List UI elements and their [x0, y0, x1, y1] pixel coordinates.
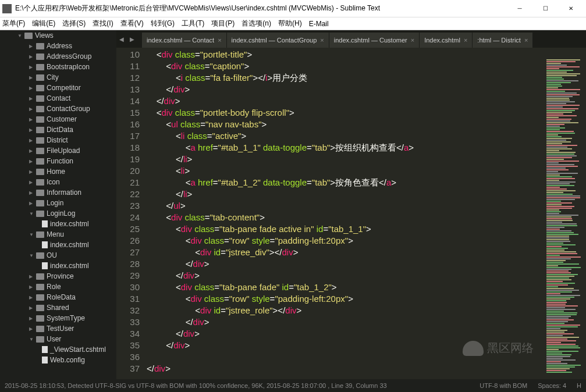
sidebar[interactable]: ▼ Views ▶Address▶AddressGroup▶BootstrapI… — [0, 30, 116, 379]
tab-scroll-right-icon[interactable]: ▶ — [127, 36, 137, 42]
menu-item[interactable]: 首选项(n) — [241, 19, 271, 28]
sidebar-folder[interactable]: ▶Customer — [0, 114, 116, 124]
sidebar-folder[interactable]: ▶AddressGroup — [0, 51, 116, 62]
sidebar-folder[interactable]: ▶FileUpload — [0, 145, 116, 156]
window-titlebar: E:\个人应用程序\Web开发框架\Metronic后台管理\MVCWebMis… — [0, 0, 586, 17]
code-line[interactable]: </li> — [147, 188, 544, 200]
code-line[interactable]: <div class="tab-content"> — [147, 212, 544, 223]
code-line[interactable]: </li> — [147, 154, 544, 165]
sidebar-file[interactable]: index.cshtml — [0, 261, 116, 271]
code-line[interactable]: </div> — [147, 363, 544, 375]
sidebar-folder[interactable]: ▶Province — [0, 271, 116, 281]
code-line[interactable] — [147, 351, 544, 363]
sidebar-folder[interactable]: ▶BootstrapIcon — [0, 62, 116, 72]
line-number: 29 — [116, 270, 140, 281]
code-line[interactable]: <li> — [147, 165, 544, 177]
sidebar-folder[interactable]: ▼Menu — [0, 229, 116, 240]
sidebar-folder[interactable]: ▼OU — [0, 250, 116, 261]
status-syntax[interactable]: H — [577, 382, 581, 389]
code-line[interactable]: <ul class="nav nav-tabs"> — [147, 119, 544, 130]
code-line[interactable]: </div> — [147, 328, 544, 340]
sidebar-folder[interactable]: ▶Function — [0, 156, 116, 166]
tab-scroll-left-icon[interactable]: ◀ — [116, 36, 127, 42]
editor-tab[interactable]: Index.cshtml× — [420, 33, 472, 48]
sidebar-folder[interactable]: ▶Contact — [0, 93, 116, 104]
code-editor[interactable]: 1011121314151617181920212223242526272829… — [116, 48, 586, 379]
close-icon[interactable]: × — [411, 37, 414, 44]
sidebar-folder[interactable]: ▶TestUser — [0, 323, 116, 334]
code-line[interactable]: </div> — [147, 84, 544, 95]
code-line[interactable]: </div> — [147, 258, 544, 270]
close-icon[interactable]: × — [464, 37, 467, 44]
minimap[interactable] — [544, 48, 586, 379]
menu-item[interactable]: 项目(P) — [211, 19, 235, 28]
code-line[interactable]: </div> — [147, 95, 544, 107]
sidebar-file[interactable]: _ViewStart.cshtml — [0, 344, 116, 355]
editor-tab[interactable]: index.cshtml — ContactGroup× — [227, 33, 329, 48]
code-line[interactable]: <div class="tab-pane fade active in" id=… — [147, 223, 544, 235]
close-icon[interactable]: × — [218, 37, 221, 44]
status-spaces[interactable]: Spaces: 4 — [538, 382, 566, 389]
sidebar-folder[interactable]: ▶Shared — [0, 302, 116, 313]
code-line[interactable]: </div> — [147, 270, 544, 281]
sidebar-folder[interactable]: ▶SystemType — [0, 313, 116, 323]
menu-item[interactable]: E-Mail — [309, 20, 329, 28]
close-icon[interactable]: × — [524, 37, 528, 44]
sidebar-item-label: Province — [47, 272, 74, 280]
code-line[interactable]: <div id="jstree_role"></div> — [147, 305, 544, 316]
menu-item[interactable]: 菜单(F) — [2, 19, 25, 28]
menu-item[interactable]: 查看(V) — [120, 19, 144, 28]
code-line[interactable]: <div class="caption"> — [147, 60, 544, 72]
close-button[interactable]: ✕ — [558, 1, 584, 17]
sidebar-folder[interactable]: ▶Address — [0, 41, 116, 51]
status-encoding[interactable]: UTF-8 with BOM — [480, 382, 527, 389]
sidebar-folder[interactable]: ▶Login — [0, 198, 116, 208]
code-line[interactable]: <i class="fa fa-filter"></i>用户分类 — [147, 72, 544, 84]
code-line[interactable]: </div> — [147, 340, 544, 351]
sidebar-item-label: TestUser — [47, 325, 74, 333]
code-line[interactable]: <div id="jstree_div"></div> — [147, 247, 544, 258]
maximize-button[interactable]: ☐ — [532, 1, 558, 17]
editor-tab[interactable]: index.cshtml — Customer× — [329, 33, 419, 48]
code-line[interactable]: <a href="#tab_1_1" data-toggle="tab">按组织… — [147, 142, 544, 154]
sidebar-root[interactable]: ▼ Views — [0, 30, 116, 41]
code-line[interactable]: <a href="#tab_1_2" data-toggle="tab">按角色… — [147, 177, 544, 188]
menu-item[interactable]: 工具(T) — [182, 19, 204, 28]
sidebar-folder[interactable]: ▶Competitor — [0, 83, 116, 93]
code-content[interactable]: <div class="portlet-title"> <div class="… — [147, 48, 544, 379]
code-line[interactable]: <li class="active"> — [147, 130, 544, 142]
sidebar-folder[interactable]: ▶Icon — [0, 177, 116, 187]
menu-item[interactable]: 查找(I) — [93, 19, 113, 28]
sidebar-folder[interactable]: ▶District — [0, 135, 116, 145]
sidebar-file[interactable]: index.cshtml — [0, 240, 116, 250]
sidebar-folder[interactable]: ▶Role — [0, 281, 116, 292]
minimize-button[interactable]: ─ — [507, 1, 532, 17]
sidebar-folder[interactable]: ▶City — [0, 72, 116, 83]
code-line[interactable]: <div class="portlet-body flip-scroll"> — [147, 107, 544, 119]
sidebar-folder[interactable]: ▼User — [0, 334, 116, 344]
code-line[interactable]: <div class="row" style="padding-left:20p… — [147, 235, 544, 247]
code-line[interactable]: <div class="tab-pane fade" id="tab_1_2"> — [147, 281, 544, 293]
close-icon[interactable]: × — [320, 37, 324, 44]
sidebar-file[interactable]: Web.config — [0, 355, 116, 365]
sidebar-file[interactable]: index.cshtml — [0, 219, 116, 229]
sidebar-folder[interactable]: ▶DictData — [0, 124, 116, 135]
chevron-right-icon: ▶ — [29, 65, 36, 70]
tab-label: :html — District — [477, 37, 521, 44]
editor-tab[interactable]: index.cshtml — Contact× — [142, 33, 226, 48]
chevron-right-icon: ▶ — [29, 138, 36, 143]
code-line[interactable]: </div> — [147, 316, 544, 328]
menu-item[interactable]: 选择(S) — [62, 19, 86, 28]
code-line[interactable]: </ul> — [147, 200, 544, 212]
code-line[interactable]: <div class="portlet-title"> — [147, 49, 544, 60]
sidebar-folder[interactable]: ▶RoleData — [0, 292, 116, 302]
editor-tab[interactable]: :html — District× — [473, 33, 532, 48]
sidebar-folder[interactable]: ▶Information — [0, 187, 116, 198]
sidebar-folder[interactable]: ▼LoginLog — [0, 208, 116, 219]
sidebar-folder[interactable]: ▶ContactGroup — [0, 104, 116, 114]
sidebar-folder[interactable]: ▶Home — [0, 166, 116, 177]
menu-item[interactable]: 转到(G) — [151, 19, 175, 28]
code-line[interactable]: <div class="row" style="padding-left:20p… — [147, 293, 544, 305]
menu-item[interactable]: 编辑(E) — [32, 19, 55, 28]
menu-item[interactable]: 帮助(H) — [278, 19, 302, 28]
